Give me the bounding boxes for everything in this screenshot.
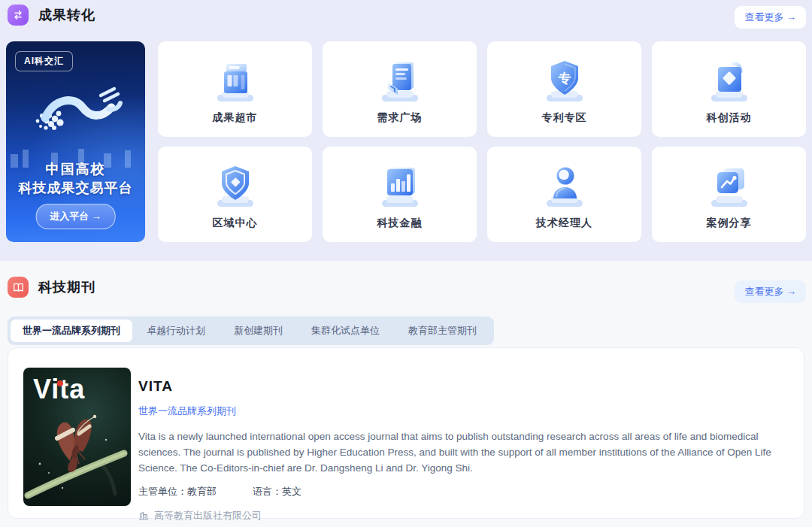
journal-tab-0[interactable]: 世界一流品牌系列期刊: [11, 320, 132, 342]
feature-card-label: 区域中心: [213, 217, 258, 230]
feature-card-label: 技术经理人: [536, 217, 592, 230]
transform-grid: 成果超市 需求广场 专 专利专区 科创活动 区域中心 科技金融 技术经理人 案例…: [158, 41, 806, 242]
promo-title-line1: 中国高校: [6, 160, 145, 178]
journal-tabs: 世界一流品牌系列期刊 卓越行动计划 新创建期刊 集群化试点单位 教育部主管期刊: [8, 317, 494, 345]
region-shield-icon: [209, 162, 262, 210]
open-book-icon: [8, 277, 29, 298]
feature-card-label: 科技金融: [377, 217, 423, 230]
enter-platform-button[interactable]: 进入平台 →: [35, 204, 116, 229]
trend-share-icon: [703, 162, 756, 210]
publisher-name: 高等教育出版社有限公司: [154, 509, 262, 522]
feature-card-label: 需求广场: [377, 111, 423, 125]
cover-title: Vita: [33, 374, 85, 405]
store-icon: [209, 57, 262, 105]
journal-tab-2[interactable]: 新创建期刊: [220, 320, 297, 342]
feature-card-region-shield[interactable]: 区域中心: [158, 147, 312, 242]
feature-card-bar-chart[interactable]: 科技金融: [323, 147, 477, 242]
cover-title-red-dot: [57, 380, 63, 386]
journal-tab-3[interactable]: 集群化试点单位: [297, 320, 394, 342]
promo-title-line2: 科技成果交易平台: [6, 179, 145, 197]
feature-card-trend-share[interactable]: 案例分享: [652, 147, 806, 242]
feature-card-store[interactable]: 成果超市: [158, 41, 312, 137]
language-field: 语言：英文: [253, 485, 301, 498]
journal-meta: 主管单位：教育部 语言：英文: [138, 485, 786, 498]
transform-more-button[interactable]: 查看更多 →: [735, 6, 806, 29]
svg-text:专: 专: [557, 71, 571, 86]
journal-description: Vita is a newly launched international o…: [138, 429, 786, 476]
language-value: 英文: [282, 486, 301, 497]
journal-card-vita[interactable]: Vita VITA 世界一流品牌系列期刊 Vita is a newly lau…: [8, 347, 804, 519]
journal-info: VITA 世界一流品牌系列期刊 Vita is a newly launched…: [138, 378, 786, 522]
feature-card-label: 案例分享: [707, 217, 752, 230]
bar-chart-icon: [374, 162, 426, 210]
journal-name: VITA: [138, 378, 786, 395]
journal-tab-1[interactable]: 卓越行动计划: [132, 320, 220, 342]
transfer-arrows-icon: [8, 5, 29, 26]
supervisor-label: 主管单位：: [138, 486, 187, 497]
platform-promo-banner[interactable]: AI科交汇 中国高校 科技成果交易平台 进入平台 →: [6, 41, 145, 242]
feature-card-label: 科创活动: [707, 111, 752, 125]
language-label: 语言：: [253, 486, 282, 497]
cube-icon: [703, 57, 756, 105]
feature-card-cube[interactable]: 科创活动: [652, 41, 806, 137]
supervisor-value: 教育部: [187, 486, 217, 497]
feature-card-label: 成果超市: [213, 111, 258, 125]
building-icon: [138, 510, 149, 521]
transform-section-title: 成果转化: [38, 6, 95, 24]
journals-header: 科技期刊: [8, 277, 95, 298]
journals-more-button[interactable]: 查看更多 →: [735, 280, 806, 303]
journals-section: 科技期刊 查看更多 → 世界一流品牌系列期刊 卓越行动计划 新创建期刊 集群化试…: [0, 261, 812, 527]
feature-card-person[interactable]: 技术经理人: [487, 147, 641, 242]
ai-exchange-badge: AI科交汇: [15, 51, 73, 71]
transform-header: 成果转化: [8, 5, 95, 26]
journal-publisher: 高等教育出版社有限公司: [138, 509, 786, 522]
supervisor-field: 主管单位：教育部: [138, 485, 217, 498]
feature-card-label: 专利专区: [542, 111, 587, 125]
feature-card-patent-shield[interactable]: 专 专利专区: [487, 41, 641, 137]
person-icon: [538, 162, 591, 210]
patent-shield-icon: 专: [538, 57, 591, 105]
journal-tab-4[interactable]: 教育部主管期刊: [394, 320, 491, 342]
journal-series-link[interactable]: 世界一流品牌系列期刊: [138, 404, 236, 418]
platform-logo: [20, 77, 132, 142]
feature-card-document[interactable]: 需求广场: [323, 41, 477, 137]
transform-section: 成果转化 查看更多 → AI科交汇 中国高校 科技成果交易平台 进入平台: [0, 0, 812, 261]
journal-cover: Vita: [23, 368, 131, 506]
document-icon: [374, 57, 426, 105]
journals-section-title: 科技期刊: [38, 278, 95, 296]
